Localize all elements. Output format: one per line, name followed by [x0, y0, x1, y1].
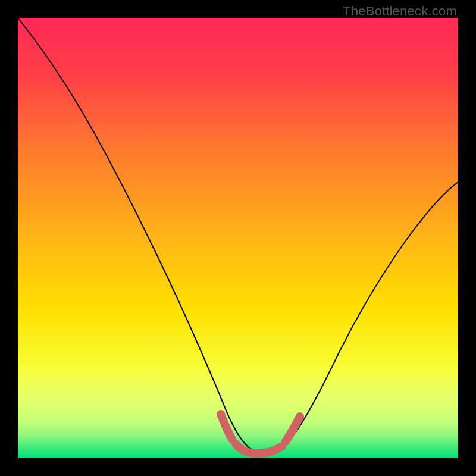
optimal-range-marker-3 [286, 416, 300, 441]
chart-frame: TheBottleneck.com [0, 0, 476, 476]
bottleneck-curve [18, 18, 458, 453]
optimal-range-marker [221, 414, 232, 439]
attribution-label: TheBottleneck.com [343, 4, 457, 19]
curve-layer [18, 18, 458, 458]
plot-area [18, 18, 458, 458]
optimal-range-marker-2 [236, 444, 282, 453]
